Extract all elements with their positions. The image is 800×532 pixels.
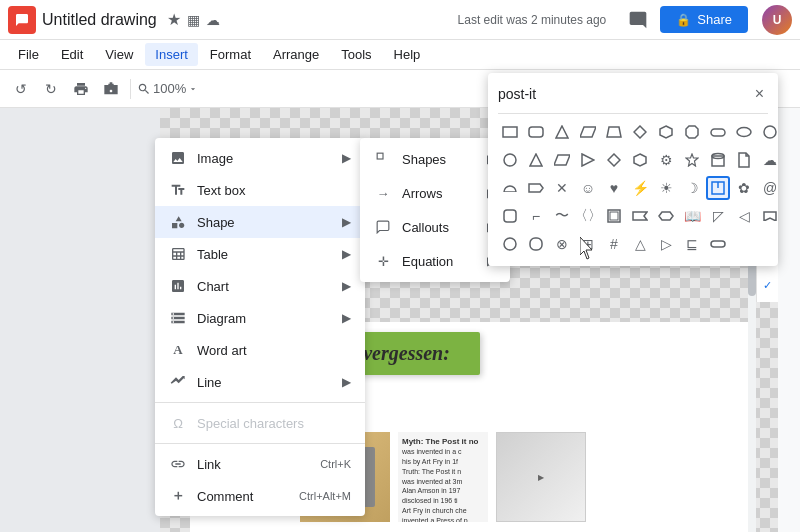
menu-file[interactable]: File [8, 43, 49, 66]
insert-menu: Image ▶ Text box Shape ▶ Table ▶ Chart ▶ [155, 138, 365, 516]
shapes-close-button[interactable]: × [751, 83, 768, 105]
shape-book[interactable]: 📖 [680, 204, 704, 228]
svg-marker-16 [582, 154, 594, 166]
menu-item-line[interactable]: Line ▶ [155, 366, 365, 398]
shape-flower[interactable]: ✿ [732, 176, 756, 200]
svg-marker-17 [608, 154, 620, 166]
diagram-icon [169, 309, 187, 327]
shapes-row-3: ✕ ☺ ♥ ⚡ ☀ ☽ ✿ @ [498, 176, 768, 200]
shape-brace[interactable]: 〈〉 [576, 204, 600, 228]
shape-circle2[interactable] [498, 232, 522, 256]
shape-oval[interactable] [732, 120, 756, 144]
menu-item-special[interactable]: Ω Special characters [155, 407, 365, 439]
arrows-icon: → [374, 184, 392, 202]
shape-tri3[interactable]: △ [628, 232, 652, 256]
shape-bigdot[interactable]: ▷ [654, 232, 678, 256]
shape-round-rect[interactable] [524, 120, 548, 144]
comments-button[interactable] [622, 4, 654, 36]
menu-edit[interactable]: Edit [51, 43, 93, 66]
svg-marker-4 [556, 126, 568, 138]
shape-notch[interactable] [758, 204, 782, 228]
zoom-control[interactable]: 100% [137, 81, 198, 96]
shape-para[interactable] [576, 120, 600, 144]
shape-round-rect2[interactable] [706, 120, 730, 144]
textbox-icon [169, 181, 187, 199]
share-label: Share [697, 12, 732, 27]
menu-format[interactable]: Format [200, 43, 261, 66]
shape-cube[interactable]: ⊑ [680, 232, 704, 256]
menu-tools[interactable]: Tools [331, 43, 381, 66]
shape-corner[interactable]: ◸ [706, 204, 730, 228]
shape-hex2[interactable] [628, 148, 652, 172]
shape-half-circle[interactable] [498, 176, 522, 200]
shape-gear[interactable]: ⚙ [654, 148, 678, 172]
shape-doc[interactable] [732, 148, 756, 172]
star-icon[interactable]: ★ [167, 10, 181, 29]
submenu-shapes-label: Shapes [402, 152, 446, 167]
shape-lt[interactable]: ◁ [732, 204, 756, 228]
shape-cloud[interactable]: ☁ [758, 148, 782, 172]
menu-help[interactable]: Help [384, 43, 431, 66]
shape-cross[interactable]: ✕ [550, 176, 574, 200]
shape-circle[interactable] [498, 148, 522, 172]
menu-insert[interactable]: Insert [145, 43, 198, 66]
shape-para2[interactable] [550, 148, 574, 172]
shape-diamond[interactable] [628, 120, 652, 144]
shape-frame[interactable] [602, 204, 626, 228]
shape-tri2[interactable] [524, 148, 548, 172]
drive-icon[interactable]: ▦ [187, 12, 200, 28]
shape-hex[interactable] [654, 120, 678, 144]
shape-ribbon[interactable] [628, 204, 652, 228]
shape-bent[interactable]: ⌐ [524, 204, 548, 228]
menu-line-label: Line [197, 375, 222, 390]
shape-ellipse[interactable] [758, 120, 782, 144]
shape-grid[interactable]: ⊞ [576, 232, 600, 256]
menu-item-comment[interactable]: ＋ Comment Ctrl+Alt+M [155, 480, 365, 512]
svg-marker-9 [686, 126, 698, 138]
menu-item-table[interactable]: Table ▶ [155, 238, 365, 270]
shape-star[interactable] [680, 148, 704, 172]
shape-dia2[interactable] [602, 148, 626, 172]
shape-triangle[interactable] [550, 120, 574, 144]
shape-cylinder[interactable] [706, 148, 730, 172]
menu-item-chart[interactable]: Chart ▶ [155, 270, 365, 302]
doc-title[interactable]: Untitled drawing [42, 11, 157, 29]
menu-item-image[interactable]: Image ▶ [155, 142, 365, 174]
menu-arrange[interactable]: Arrange [263, 43, 329, 66]
user-avatar[interactable]: U [762, 5, 792, 35]
shape-rtri[interactable] [576, 148, 600, 172]
shape-smiley[interactable]: ☺ [576, 176, 600, 200]
redo-button[interactable]: ↻ [38, 76, 64, 102]
shape-hash[interactable]: # [602, 232, 626, 256]
shape-ribbon2[interactable] [654, 204, 678, 228]
sidebar-icon-3[interactable]: ✓ [759, 276, 777, 294]
shape-sticky[interactable] [706, 176, 730, 200]
menu-view[interactable]: View [95, 43, 143, 66]
shape-wave[interactable]: 〜 [550, 204, 574, 228]
menu-item-shape[interactable]: Shape ▶ [155, 206, 365, 238]
menu-item-wordart[interactable]: A Word art [155, 334, 365, 366]
shape-tag[interactable] [524, 176, 548, 200]
shape-trap[interactable] [602, 120, 626, 144]
menu-item-textbox[interactable]: Text box [155, 174, 365, 206]
shape-rounded-sq[interactable] [498, 204, 522, 228]
undo-button[interactable]: ↺ [8, 76, 34, 102]
shape-pill[interactable] [706, 232, 730, 256]
svg-marker-19 [686, 154, 698, 166]
cloud-icon[interactable]: ☁ [206, 12, 220, 28]
print-button[interactable] [68, 76, 94, 102]
shape-rect[interactable] [498, 120, 522, 144]
menu-item-diagram[interactable]: Diagram ▶ [155, 302, 365, 334]
shape-lightning[interactable]: ⚡ [628, 176, 652, 200]
shape-xmark[interactable]: ⊗ [550, 232, 574, 256]
menu-item-link[interactable]: Link Ctrl+K [155, 448, 365, 480]
shape-spiral[interactable]: @ [758, 176, 782, 200]
shape-sun[interactable]: ☀ [654, 176, 678, 200]
shape-oct[interactable] [680, 120, 704, 144]
shape-crescent[interactable]: ☽ [680, 176, 704, 200]
paint-button[interactable] [98, 76, 124, 102]
shapes-search-input[interactable] [498, 86, 751, 102]
share-button[interactable]: 🔒 Share [660, 6, 748, 33]
shape-heart[interactable]: ♥ [602, 176, 626, 200]
shape-squircle[interactable] [524, 232, 548, 256]
